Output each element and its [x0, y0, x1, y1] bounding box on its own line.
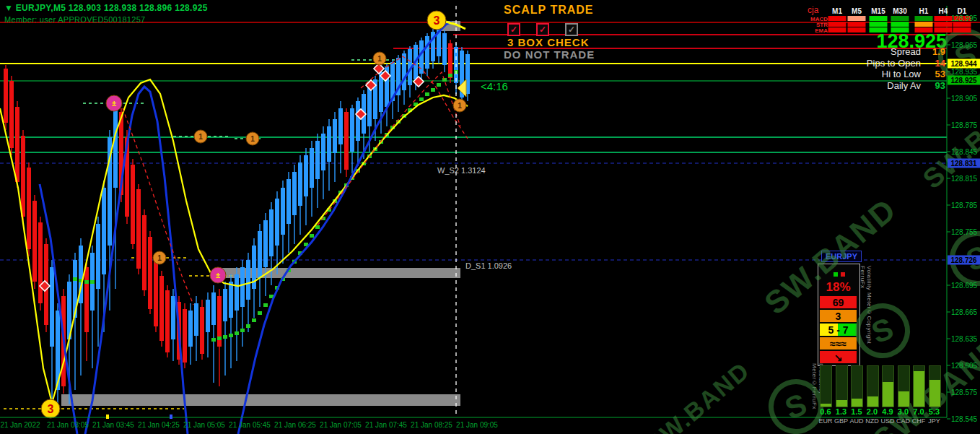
candlestick [32, 201, 37, 282]
price-tick-label: 128.935 [951, 68, 977, 76]
tf-status-cell-ema-M15 [870, 27, 888, 32]
trend-dot [73, 277, 77, 281]
trend-dot [258, 311, 262, 315]
candlestick [113, 105, 118, 188]
axis-object-mark [170, 415, 172, 419]
tf-status-cell-ema-D1 [953, 27, 971, 32]
strength-value-AUD: 1.5 [851, 407, 862, 416]
candlestick [442, 33, 447, 65]
signal-circle-label: 1 [198, 133, 203, 141]
trend-dot [211, 338, 216, 342]
candlestick [298, 162, 302, 206]
candlestick [286, 179, 291, 224]
trend-dot [90, 280, 95, 284]
strength-bar-fill [883, 382, 893, 407]
trade-checkbox[interactable]: ✓ [565, 23, 578, 36]
price-marker-box: 128.925 [948, 76, 980, 85]
trend-dot [448, 74, 452, 77]
tf-status-cell-ema-H1 [915, 27, 933, 32]
candlestick [240, 267, 245, 307]
candlestick [281, 188, 285, 235]
candlestick [27, 168, 31, 249]
candlestick [159, 276, 164, 341]
candlestick [327, 126, 331, 162]
strength-code-NZD: NZD [865, 417, 879, 425]
candlestick [338, 108, 343, 144]
strength-bar-JPY [929, 365, 941, 407]
time-axis-label: 21 Jan 05:05 [183, 421, 225, 429]
trade-checkbox[interactable]: ✓ [507, 23, 520, 36]
trend-dot [442, 78, 447, 82]
price-tick-label: 128.695 [951, 282, 977, 290]
tf-status-cell-str-M30 [891, 22, 909, 27]
trend-dot [235, 331, 239, 335]
candlestick [4, 69, 8, 123]
strength-bar-fill [914, 371, 924, 407]
trend-dot [315, 225, 320, 229]
trading-terminal-window: 33±±11111 ▼ EURJPY,M5 128.903 128.938 12… [0, 0, 980, 434]
tf-button-M5[interactable]: M5 [852, 7, 862, 15]
tf-status-cell-str-H4 [935, 22, 953, 27]
indicator-author-label: cja [808, 5, 818, 15]
trend-dot [252, 318, 256, 322]
candlestick [84, 267, 89, 332]
signal-circle-label: 1 [458, 102, 462, 110]
candlestick [211, 292, 216, 325]
tf-status-cell-str-M5 [848, 22, 866, 27]
candlestick [194, 303, 198, 336]
tf-status-cell-macd-M5 [848, 16, 866, 21]
candlestick [275, 199, 279, 246]
signal-circle-label: 3 [48, 403, 54, 415]
strength-code-JPY: JPY [928, 417, 940, 425]
signal-circle-label: 1 [377, 55, 382, 63]
signal-circle-label: ± [112, 99, 116, 108]
time-axis-label: 21 Jan 09:05 [456, 421, 498, 429]
candlestick [38, 222, 43, 303]
candlestick [304, 155, 308, 196]
tf-button-H4[interactable]: H4 [939, 7, 948, 15]
strength-bar-fill [867, 396, 878, 407]
tf-status-cell-ema-M1 [828, 27, 846, 32]
time-axis-label: 21 Jan 03:45 [92, 421, 134, 429]
candlestick [229, 282, 233, 318]
tf-button-M30[interactable]: M30 [893, 7, 906, 15]
price-tick-label: 128.755 [951, 228, 977, 236]
quote-stat-value: 14 [935, 58, 945, 69]
time-axis-label: 21 Jan 05:45 [229, 421, 271, 429]
strength-code-CAD: CAD [896, 417, 910, 425]
strength-bar-CAD [898, 365, 910, 407]
candlestick [350, 108, 354, 152]
price-tick-label: 128.845 [951, 148, 977, 156]
candlestick [102, 188, 106, 274]
signal-dot [834, 272, 838, 277]
candlestick [419, 40, 424, 74]
tf-status-cell-str-D1 [953, 22, 971, 27]
trend-dot [240, 329, 245, 332]
tf-button-H1[interactable]: H1 [919, 7, 929, 15]
quote-stat-label: Pips to Open [867, 58, 921, 69]
strength-bar-fill [821, 404, 831, 407]
tf-button-M15[interactable]: M15 [871, 7, 885, 15]
box-check-label: 3 BOX CHECK [507, 36, 590, 48]
strength-value-CAD: 3.0 [898, 407, 909, 416]
chart-canvas[interactable]: 33±±11111 [0, 0, 980, 434]
tf-status-cell-macd-H1 [915, 16, 933, 21]
strength-panel-title: EURJPY [821, 251, 862, 262]
strength-bar-fill [836, 400, 847, 407]
trade-checkbox[interactable]: ✓ [536, 23, 549, 36]
tf-button-M1[interactable]: M1 [832, 7, 842, 15]
candlestick [9, 81, 14, 148]
pivot-label-ds1: D_S1 1.0926 [465, 261, 512, 270]
time-axis-label: 21 Jan 07:05 [320, 421, 362, 429]
candlestick [315, 141, 320, 179]
price-tick-label: 128.815 [951, 175, 977, 183]
candlestick [263, 220, 268, 267]
candlestick [171, 296, 175, 339]
candlestick [188, 311, 193, 347]
volatility-row: 69 [820, 296, 857, 308]
candlestick [223, 289, 227, 321]
tf-status-cell-macd-M30 [891, 16, 909, 21]
trend-dot [223, 335, 227, 339]
price-tick-label: 128.905 [951, 95, 977, 103]
time-axis-label: 21 Jan 07:45 [365, 421, 407, 429]
